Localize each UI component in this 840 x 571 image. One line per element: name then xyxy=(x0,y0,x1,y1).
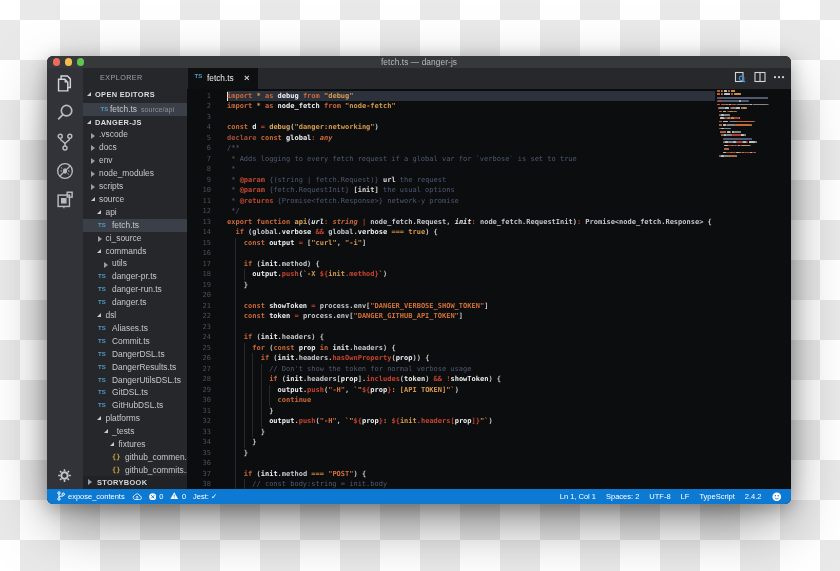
activity-bar-search-icon[interactable] xyxy=(55,103,75,123)
tree-item-scripts[interactable]: scripts xyxy=(83,180,187,193)
section-open-editors[interactable]: OPEN EDITORS xyxy=(83,88,187,101)
code-line-1[interactable]: import * as debug from "debug" xyxy=(227,91,354,101)
code-token: ] xyxy=(362,239,366,247)
code-line-17[interactable]: if (init.method) { xyxy=(227,259,320,269)
minimap-mark xyxy=(723,138,753,140)
status-typescript[interactable]: TypeScript xyxy=(699,492,734,501)
code-line-25[interactable]: for (const prop in init.headers) { xyxy=(227,343,396,353)
code-line-19[interactable]: } xyxy=(227,280,248,290)
code-line-11[interactable]: * @returns {Promise<fetch.Response>} net… xyxy=(227,196,459,206)
code-line-34[interactable]: } xyxy=(227,437,257,447)
tree-item-gitdsl-ts[interactable]: TSGitDSL.ts xyxy=(83,386,187,399)
tree-item-githubdsl-ts[interactable]: TSGitHubDSL.ts xyxy=(83,399,187,412)
tree-item-platforms[interactable]: platforms xyxy=(83,412,187,425)
tree-item-github_commits-[interactable]: {}github_commits.. xyxy=(83,464,187,477)
code-line-18[interactable]: output.push(`-X ${init.method}`) xyxy=(227,269,387,279)
code-line-15[interactable]: const output = ["curl", "-i"] xyxy=(227,238,366,248)
status-cloud-upload-icon[interactable] xyxy=(132,493,142,501)
tree-item-dangerresults-ts[interactable]: TSDangerResults.ts xyxy=(83,361,187,374)
status-utf-8[interactable]: UTF-8 xyxy=(649,492,670,501)
code-line-5[interactable]: declare const global: any xyxy=(227,133,332,143)
tree-item-dangerutilsdsl-ts[interactable]: TSDangerUtilsDSL.ts xyxy=(83,374,187,387)
code-line-32[interactable]: output.push("-H", `"${prop}: ${init.head… xyxy=(227,416,493,426)
more-actions-icon[interactable] xyxy=(773,71,785,85)
tree-item-commands[interactable]: commands xyxy=(83,245,187,258)
code-line-12[interactable]: */ xyxy=(227,206,240,216)
code-line-38[interactable]: // const body:string = init.body xyxy=(227,479,387,489)
code-line-6[interactable]: /** xyxy=(227,143,240,153)
tree-item-danger-ts[interactable]: TSdanger.ts xyxy=(83,296,187,309)
code-line-4[interactable]: const d = debug("danger:networking") xyxy=(227,122,379,132)
open-editor-item-fetch-ts[interactable]: TSfetch.tssource/api xyxy=(83,103,187,116)
code-line-26[interactable]: if (init.headers.hasOwnProperty(prop)) { xyxy=(227,353,429,363)
code-line-33[interactable]: } xyxy=(227,427,265,437)
tree-item-danger-run-ts[interactable]: TSdanger-run.ts xyxy=(83,283,187,296)
tree-item-source[interactable]: source xyxy=(83,193,187,206)
code-line-24[interactable]: if (init.headers) { xyxy=(227,332,324,342)
close-tab-icon[interactable]: × xyxy=(244,72,250,83)
tree-item-env[interactable]: env xyxy=(83,154,187,167)
code-token: /** xyxy=(227,144,240,152)
activity-bar-source-control-icon[interactable] xyxy=(55,132,75,152)
tree-item-dangerdsl-ts[interactable]: TSDangerDSL.ts xyxy=(83,348,187,361)
section-storybook[interactable]: STORYBOOK xyxy=(83,476,187,489)
code-token: * xyxy=(227,186,240,194)
tree-item-label: fixtures xyxy=(119,438,146,451)
tree-item-node_modules[interactable]: node_modules xyxy=(83,167,187,180)
tree-item-ci_source[interactable]: ci_source xyxy=(83,232,187,245)
code-line-10[interactable]: * @param {fetch.RequestInit} [init] the … xyxy=(227,185,455,195)
split-editor-icon[interactable] xyxy=(754,71,766,85)
code-line-21[interactable]: const showToken = process.env["DANGER_VE… xyxy=(227,301,488,311)
minimap-mark xyxy=(731,107,736,109)
code-line-29[interactable]: output.push("-H", `"${prop}: [API TOKEN]… xyxy=(227,385,459,395)
status-error-icon[interactable]: 0 xyxy=(149,492,164,501)
tree-item-api[interactable]: api xyxy=(83,206,187,219)
activity-bar-debug-icon[interactable] xyxy=(55,161,75,181)
tree-item-fixtures[interactable]: fixtures xyxy=(83,438,187,451)
code-line-7[interactable]: * Adds logging to every fetch request if… xyxy=(227,154,577,164)
activity-bar-extensions-icon[interactable] xyxy=(55,190,75,210)
tree-item-aliases-ts[interactable]: TSAliases.ts xyxy=(83,322,187,335)
code-line-14[interactable]: if (global.verbose && global.verbose ===… xyxy=(227,227,438,237)
code-line-8[interactable]: * xyxy=(227,164,235,174)
open-preview-icon[interactable] xyxy=(734,71,746,85)
gear-icon[interactable] xyxy=(57,468,71,482)
tree-item-utils[interactable]: utils xyxy=(83,257,187,270)
code-line-27[interactable]: // Don't show the token for normal verbo… xyxy=(227,364,471,374)
chevron-expanded-icon xyxy=(97,416,101,420)
activity-bar-files-icon[interactable] xyxy=(55,74,75,94)
code-editor[interactable]: 1import * as debug from "debug"2import *… xyxy=(187,89,791,490)
code-line-35[interactable]: } xyxy=(227,448,248,458)
typescript-file-icon: TS xyxy=(101,103,109,116)
tab-fetch-ts[interactable]: TS fetch.ts × xyxy=(188,68,258,89)
code-line-37[interactable]: if (init.method === "POST") { xyxy=(227,469,366,479)
code-line-31[interactable]: } xyxy=(227,406,273,416)
tree-item-danger-pr-ts[interactable]: TSdanger-pr.ts xyxy=(83,270,187,283)
tree-item-dsl[interactable]: dsl xyxy=(83,309,187,322)
tree-item-_tests[interactable]: _tests xyxy=(83,425,187,438)
status-warning-icon[interactable]: 0 xyxy=(170,492,186,501)
line-number: 18 xyxy=(187,269,211,279)
code-line-22[interactable]: const token = process.env["DANGER_GITHUB… xyxy=(227,311,463,321)
code-line-9[interactable]: * @param {(string | fetch.Request)} url … xyxy=(227,175,446,185)
section-danger-js[interactable]: DANGER-JS xyxy=(83,116,187,129)
code-line-2[interactable]: import * as node_fetch from "node-fetch" xyxy=(227,101,396,111)
minimap[interactable] xyxy=(715,89,792,490)
status-spaces-2[interactable]: Spaces: 2 xyxy=(606,492,639,501)
status-git-branch-icon[interactable]: expose_contents xyxy=(57,491,125,501)
code-line-28[interactable]: if (init.headers[prop].includes(token) &… xyxy=(227,374,501,384)
tree-item--vscode[interactable]: .vscode xyxy=(83,128,187,141)
status-smiley-icon[interactable] xyxy=(772,492,782,502)
status-jest-[interactable]: Jest: ✓ xyxy=(193,492,217,501)
tree-item-commit-ts[interactable]: TSCommit.ts xyxy=(83,335,187,348)
title-bar[interactable]: fetch.ts — danger-js xyxy=(47,56,791,69)
status-ln-1-col-1[interactable]: Ln 1, Col 1 xyxy=(560,492,596,501)
status-lf[interactable]: LF xyxy=(681,492,690,501)
code-line-30[interactable]: continue xyxy=(227,395,311,405)
tree-item-fetch-ts[interactable]: TSfetch.ts xyxy=(83,219,187,232)
tree-item-docs[interactable]: docs xyxy=(83,141,187,154)
code-line-13[interactable]: export function api(url: string | node_f… xyxy=(227,217,712,227)
tree-item-github_commen-[interactable]: {}github_commen.. xyxy=(83,451,187,464)
status-2-4-2[interactable]: 2.4.2 xyxy=(745,492,762,501)
line-number: 11 xyxy=(187,196,211,206)
